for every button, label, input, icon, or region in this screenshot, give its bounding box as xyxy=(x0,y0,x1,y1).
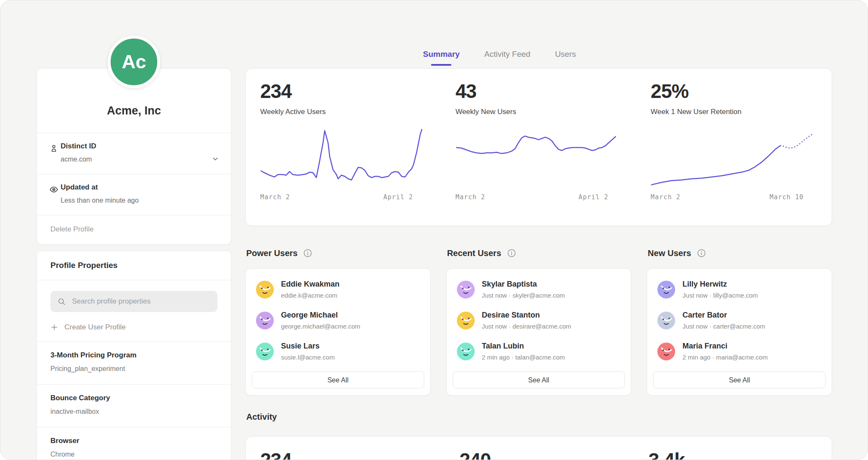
create-user-profile-label: Create User Profile xyxy=(64,323,126,332)
field-value-updated-at: Less than one minute ago xyxy=(61,197,206,204)
stat-label: Weekly Active Users xyxy=(260,108,429,116)
user-name: Eddie Kwakman xyxy=(281,280,339,289)
user-row[interactable]: Susie Lars susie.l@acme.com xyxy=(256,342,420,361)
new-users-column: New Users Lilly Herwitz Just now · lilly… xyxy=(647,245,832,396)
stat-label: Week 1 New User Retention xyxy=(651,108,820,116)
user-name: George Michael xyxy=(281,311,360,320)
tab-summary[interactable]: Summary xyxy=(423,50,460,59)
info-icon[interactable] xyxy=(507,248,516,258)
user-name: Desirae Stanton xyxy=(482,311,571,320)
property-value: Chrome xyxy=(50,451,217,458)
power-users-card: Eddie Kwakman eddie.k@acme.com George Mi… xyxy=(245,268,431,396)
user-name: Maria Franci xyxy=(682,342,768,351)
field-label-updated-at: Updated at xyxy=(61,183,206,192)
new-users-header: New Users xyxy=(647,245,832,261)
avatar xyxy=(657,281,675,298)
property-row[interactable]: Browser Chrome xyxy=(37,427,231,460)
x-tick-start: March 2 xyxy=(456,193,485,201)
new-users-title: New Users xyxy=(648,248,691,258)
field-row-updated-at: Updated at Less than one minute ago xyxy=(37,174,231,215)
property-name: Bounce Category xyxy=(50,394,217,402)
tab-users[interactable]: Users xyxy=(555,50,576,59)
property-name: 3-Month Pricing Program xyxy=(50,351,217,360)
recent-users-header: Recent Users xyxy=(446,245,632,261)
company-avatar-initials: Ac xyxy=(122,51,146,73)
user-detail: 2 min ago · talan@acme.com xyxy=(482,354,565,361)
x-axis-ticks: March 2 April 2 xyxy=(260,193,429,201)
user-detail: eddie.k@acme.com xyxy=(281,292,339,299)
user-row[interactable]: Maria Franci 2 min ago · maria@acme.com xyxy=(657,342,821,361)
property-row[interactable]: Bounce Category inactive-mailbox xyxy=(37,384,231,427)
user-name: Susie Lars xyxy=(281,342,335,351)
info-icon[interactable] xyxy=(697,248,706,258)
user-row[interactable]: Talan Lubin 2 min ago · talan@acme.com xyxy=(457,342,621,361)
user-name: Lilly Herwitz xyxy=(682,280,758,289)
power-users-title: Power Users xyxy=(246,248,298,258)
avatar xyxy=(657,312,675,329)
avatar xyxy=(657,343,675,360)
profile-properties-search[interactable] xyxy=(50,291,217,312)
user-detail: george.michael@acme.com xyxy=(281,323,360,330)
avatar xyxy=(256,312,274,329)
x-axis-ticks: March 2 March 10 xyxy=(651,193,820,201)
activity-stat-value: 3.4k xyxy=(648,449,685,460)
weekly-active-users-sparkline xyxy=(260,125,429,190)
stat-weekly-new-users: 43 Weekly New Users March 2 April 2 xyxy=(441,69,637,226)
company-avatar: Ac xyxy=(108,36,160,88)
recent-users-column: Recent Users Skylar Baptista Just now · … xyxy=(446,245,632,396)
property-value: inactive-mailbox xyxy=(50,408,217,415)
info-icon[interactable] xyxy=(303,248,312,258)
profile-properties-controls: Create User Profile xyxy=(37,280,231,341)
user-detail: Just now · lilly@acme.com xyxy=(682,292,758,299)
x-tick-start: March 2 xyxy=(260,193,290,201)
profile-properties-title: Profile Properties xyxy=(37,251,231,280)
main-content: Summary Activity Feed Users 234 Weekly A… xyxy=(245,0,835,460)
avatar xyxy=(256,281,274,298)
stat-weekly-active-users: 234 Weekly Active Users March 2 April 2 xyxy=(246,69,441,226)
see-all-button[interactable]: See All xyxy=(653,371,826,388)
property-row[interactable]: 3-Month Pricing Program Pricing_plan_exp… xyxy=(37,341,231,384)
summary-stats-card: 234 Weekly Active Users March 2 April 2 … xyxy=(245,68,832,226)
recent-users-title: Recent Users xyxy=(447,248,501,258)
x-tick-end: April 2 xyxy=(383,193,413,201)
user-row[interactable]: Lilly Herwitz Just now · lilly@acme.com xyxy=(657,280,821,299)
weekly-new-users-sparkline xyxy=(456,125,625,190)
field-value-distinct-id: acme.com xyxy=(61,156,206,163)
person-icon xyxy=(49,144,58,153)
new-users-card: Lilly Herwitz Just now · lilly@acme.com … xyxy=(647,268,832,396)
user-detail: 2 min ago · maria@acme.com xyxy=(682,354,768,361)
user-row[interactable]: Skylar Baptista Just now · skyler@acme.c… xyxy=(457,280,621,299)
user-detail: Just now · skyler@acme.com xyxy=(482,292,565,299)
activity-stat-value: 234 xyxy=(260,449,292,460)
property-name: Browser xyxy=(50,437,217,445)
create-user-profile-button[interactable]: Create User Profile xyxy=(50,323,217,332)
see-all-button[interactable]: See All xyxy=(252,371,424,388)
delete-profile-button[interactable]: Delete Profile xyxy=(37,215,231,244)
tab-activity-feed[interactable]: Activity Feed xyxy=(484,50,531,59)
plus-icon xyxy=(50,323,58,331)
stat-value: 234 xyxy=(260,81,429,101)
avatar xyxy=(457,343,475,360)
search-icon xyxy=(57,297,66,306)
user-detail: susie.l@acme.com xyxy=(281,354,335,361)
x-axis-ticks: March 2 April 2 xyxy=(456,193,625,201)
x-tick-end: April 2 xyxy=(579,193,608,201)
search-input[interactable] xyxy=(71,297,211,306)
see-all-button[interactable]: See All xyxy=(453,371,625,388)
power-users-column: Power Users Eddie Kwakman eddie.k@acme.c… xyxy=(245,245,431,396)
user-detail: Just now · carter@acme.com xyxy=(682,323,765,330)
user-row[interactable]: Desirae Stanton Just now · desirare@acme… xyxy=(457,311,621,330)
avatar xyxy=(256,343,274,360)
user-lists-row: Power Users Eddie Kwakman eddie.k@acme.c… xyxy=(245,245,832,396)
x-tick-start: March 2 xyxy=(651,193,680,201)
user-row[interactable]: Carter Bator Just now · carter@acme.com xyxy=(657,311,821,330)
stat-label: Weekly New Users xyxy=(456,108,625,116)
tab-bar: Summary Activity Feed Users xyxy=(423,50,576,59)
chevron-down-icon[interactable] xyxy=(211,155,219,163)
user-row[interactable]: George Michael george.michael@acme.com xyxy=(256,311,420,330)
profile-card: Acme, Inc Distinct ID acme.com Updated a… xyxy=(36,68,231,245)
activity-stats-card: 234 240 3.4k xyxy=(245,436,832,460)
user-row[interactable]: Eddie Kwakman eddie.k@acme.com xyxy=(256,280,420,299)
stat-value: 25% xyxy=(651,81,820,101)
stat-week1-retention: 25% Week 1 New User Retention March 2 Ma… xyxy=(636,69,832,226)
